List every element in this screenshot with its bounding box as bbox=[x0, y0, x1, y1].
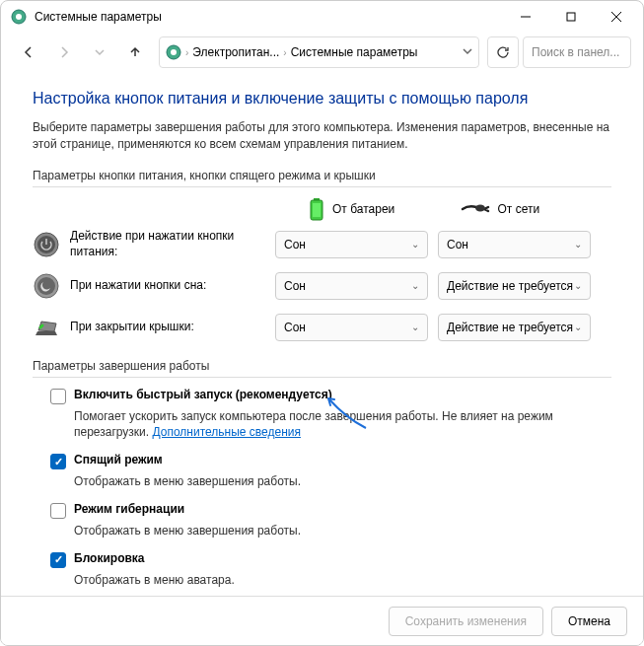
breadcrumb-separator: › bbox=[283, 47, 286, 58]
checkbox-fast-startup[interactable] bbox=[50, 389, 66, 404]
navbar: › Электропитан... › Системные параметры … bbox=[1, 33, 643, 72]
chevron-down-icon: ⌄ bbox=[411, 280, 419, 291]
laptop-icon bbox=[33, 314, 60, 341]
plug-icon bbox=[461, 201, 490, 217]
content: Настройка кнопок питания и включение защ… bbox=[1, 72, 643, 610]
check-label: Включить быстрый запуск (рекомендуется) bbox=[74, 388, 332, 401]
divider bbox=[33, 186, 611, 187]
section-label: Параметры завершения работы bbox=[33, 359, 611, 373]
check-desc: Отображать в меню аватара. bbox=[74, 572, 611, 589]
check-fast-startup: Включить быстрый запуск (рекомендуется) bbox=[50, 388, 611, 404]
forward-button[interactable] bbox=[48, 36, 80, 68]
save-button[interactable]: Сохранить изменения bbox=[389, 607, 543, 636]
maximize-button[interactable] bbox=[548, 1, 594, 33]
svg-point-11 bbox=[475, 204, 485, 211]
section-label: Параметры кнопки питания, кнопки спящего… bbox=[33, 169, 611, 182]
check-label: Блокировка bbox=[74, 551, 145, 565]
svg-rect-10 bbox=[313, 203, 321, 217]
row-power-button: Действие при нажатии кнопки питания: Сон… bbox=[33, 229, 611, 260]
check-desc: Отображать в меню завершения работы. bbox=[74, 473, 611, 490]
svg-point-1 bbox=[16, 14, 22, 20]
row-label: При нажатии кнопки сна: bbox=[70, 278, 275, 294]
select-lid-battery[interactable]: Сон⌄ bbox=[275, 314, 428, 341]
page-description: Выберите параметры завершения работы для… bbox=[33, 119, 611, 153]
power-icon bbox=[33, 231, 60, 258]
breadcrumb-item[interactable]: Электропитан... bbox=[192, 45, 279, 59]
minimize-button[interactable] bbox=[503, 1, 548, 33]
check-desc: Отображать в меню завершения работы. bbox=[74, 523, 611, 539]
close-button[interactable] bbox=[594, 1, 639, 33]
titlebar: Системные параметры bbox=[1, 1, 643, 33]
row-label: Действие при нажатии кнопки питания: bbox=[70, 229, 275, 259]
up-button[interactable] bbox=[119, 36, 151, 68]
recent-button[interactable] bbox=[84, 36, 115, 68]
chevron-down-icon: ⌄ bbox=[574, 239, 582, 250]
location-icon bbox=[166, 44, 181, 60]
select-sleep-plugged[interactable]: Действие не требуется⌄ bbox=[438, 272, 591, 300]
cancel-button[interactable]: Отмена bbox=[551, 607, 627, 636]
checkbox-lock[interactable] bbox=[50, 552, 66, 568]
column-headers: От батареи От сети bbox=[309, 197, 611, 221]
chevron-down-icon: ⌄ bbox=[411, 239, 419, 250]
row-label: При закрытии крышки: bbox=[70, 320, 275, 335]
check-label: Режим гибернации bbox=[74, 502, 184, 516]
breadcrumb-item[interactable]: Системные параметры bbox=[291, 45, 418, 59]
select-power-plugged[interactable]: Сон⌄ bbox=[438, 231, 591, 258]
back-button[interactable] bbox=[13, 36, 44, 68]
column-header-plugged: От сети bbox=[461, 197, 612, 221]
chevron-down-icon: ⌄ bbox=[411, 322, 419, 332]
row-sleep-button: При нажатии кнопки сна: Сон⌄ Действие не… bbox=[33, 270, 611, 302]
svg-point-7 bbox=[171, 49, 177, 55]
app-icon bbox=[11, 9, 27, 25]
check-hibernate: Режим гибернации bbox=[50, 502, 611, 519]
page-title: Настройка кнопок питания и включение защ… bbox=[33, 90, 611, 108]
column-header-battery: От батареи bbox=[309, 197, 461, 221]
check-desc: Помогает ускорить запуск компьютера посл… bbox=[74, 408, 611, 442]
divider bbox=[33, 377, 611, 378]
row-lid: При закрытии крышки: Сон⌄ Действие не тр… bbox=[33, 312, 611, 343]
svg-point-15 bbox=[37, 277, 55, 295]
checkbox-sleep[interactable] bbox=[50, 454, 66, 469]
breadcrumb-separator: › bbox=[185, 47, 188, 58]
chevron-down-icon: ⌄ bbox=[574, 280, 582, 291]
check-label: Спящий режим bbox=[74, 453, 163, 467]
search-placeholder: Поиск в панел... bbox=[532, 45, 619, 59]
battery-icon bbox=[309, 197, 324, 221]
search-input[interactable]: Поиск в панел... bbox=[523, 36, 631, 68]
svg-rect-3 bbox=[567, 13, 575, 21]
address-bar[interactable]: › Электропитан... › Системные параметры bbox=[159, 36, 479, 68]
checkbox-hibernate[interactable] bbox=[50, 503, 66, 519]
select-sleep-battery[interactable]: Сон⌄ bbox=[275, 272, 428, 300]
refresh-button[interactable] bbox=[487, 36, 519, 68]
check-sleep: Спящий режим bbox=[50, 453, 611, 469]
sleep-icon bbox=[33, 272, 60, 300]
select-power-battery[interactable]: Сон⌄ bbox=[275, 231, 428, 258]
chevron-down-icon: ⌄ bbox=[574, 322, 582, 332]
check-lock: Блокировка bbox=[50, 551, 611, 568]
chevron-down-icon[interactable] bbox=[463, 45, 472, 59]
window-title: Системные параметры bbox=[35, 10, 503, 24]
select-lid-plugged[interactable]: Действие не требуется⌄ bbox=[438, 314, 591, 341]
footer: Сохранить изменения Отмена bbox=[1, 596, 643, 645]
more-info-link[interactable]: Дополнительные сведения bbox=[152, 425, 300, 439]
